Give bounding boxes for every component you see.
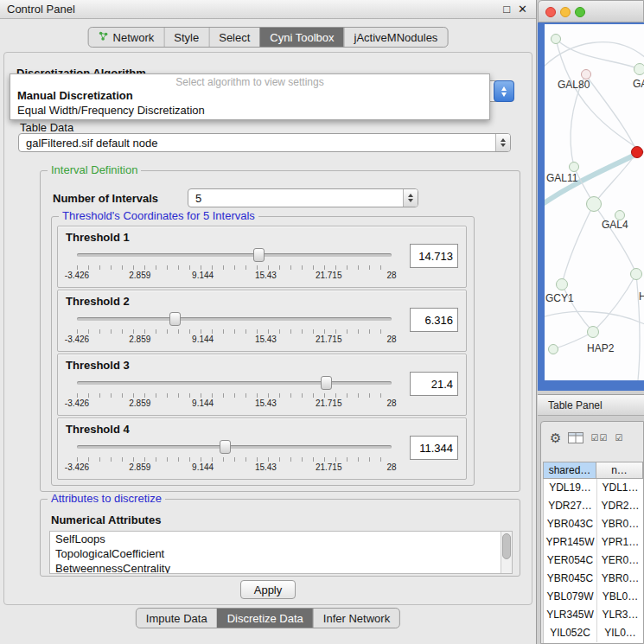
network-node[interactable] <box>551 34 561 44</box>
network-node[interactable] <box>587 326 599 338</box>
table-row[interactable]: YER054CYER0… <box>544 552 643 570</box>
network-node[interactable] <box>634 63 644 75</box>
tick-label: 2.859 <box>129 271 150 280</box>
threshold-3-value-field[interactable] <box>410 372 458 396</box>
table-rows: YDL19…YDL1…YDR27…YDR2…YBR043CYBR0…YPR145… <box>543 479 643 643</box>
slider-track[interactable] <box>77 253 392 257</box>
apply-button[interactable]: Apply <box>240 580 296 599</box>
table-cell[interactable]: YIL052C <box>544 624 597 642</box>
minimize-traffic-light-icon[interactable] <box>560 7 571 17</box>
table-cell[interactable]: YPR145W <box>544 533 597 552</box>
threshold-1-slider[interactable] <box>77 248 392 262</box>
network-node[interactable] <box>569 162 579 172</box>
table-cell[interactable]: YBR043C <box>544 515 597 533</box>
table-data-combobox[interactable]: galFiltered.sif default node <box>18 133 511 152</box>
threshold-label: Threshold 1 <box>66 231 130 244</box>
list-item[interactable]: BetweennessCentrality <box>50 561 512 574</box>
combobox-stepper-icon[interactable] <box>403 189 418 207</box>
combobox-stepper-icon[interactable] <box>495 134 510 151</box>
slider-track[interactable] <box>77 381 392 385</box>
tab-select[interactable]: Select <box>208 28 259 47</box>
table-row[interactable]: YPR145WYPR1… <box>544 533 643 552</box>
tab-network[interactable]: Network <box>89 28 164 47</box>
slider-thumb[interactable] <box>220 440 231 454</box>
combobox-stepper-icon[interactable] <box>494 80 514 102</box>
table-cell[interactable]: YBL0… <box>597 588 643 606</box>
table-cell[interactable]: YDR2… <box>597 497 643 515</box>
table-row[interactable]: YDR27…YDR2… <box>544 497 643 515</box>
column-header-shared-name[interactable]: shared… <box>543 462 596 479</box>
numerical-attributes-list[interactable]: SelfLoops TopologicalCoefficient Between… <box>49 531 513 574</box>
slider-thumb[interactable] <box>321 376 332 390</box>
columns-icon[interactable] <box>568 432 583 443</box>
number-of-intervals-combobox[interactable]: 5 <box>188 188 418 207</box>
tab-style[interactable]: Style <box>163 28 208 47</box>
slider-track[interactable] <box>77 317 392 321</box>
select-rows-icon[interactable]: ☑ <box>615 433 623 443</box>
table-row[interactable]: YIL052CYIL0… <box>544 624 643 642</box>
network-node[interactable] <box>548 344 558 354</box>
tab-jactivemodules[interactable]: jActiveMNodules <box>344 28 448 47</box>
table-row[interactable]: YBR045CYBR0… <box>544 570 643 588</box>
table-cell[interactable]: YBR0… <box>597 515 643 533</box>
list-item[interactable]: TopologicalCoefficient <box>50 546 512 561</box>
table-cell[interactable]: YDR27… <box>544 497 597 515</box>
restore-window-icon[interactable]: □ <box>503 0 510 19</box>
tick-label: -3.426 <box>65 462 89 472</box>
table-row[interactable]: YLR345WYLR3… <box>544 606 643 624</box>
table-cell[interactable]: YDL19… <box>544 479 597 497</box>
tab-discretize-data[interactable]: Discretize Data <box>217 609 313 628</box>
table-cell[interactable]: YLR345W <box>544 606 597 624</box>
tick-label: 21.715 <box>316 335 342 344</box>
tick-label: 28 <box>386 271 396 280</box>
list-item[interactable]: SelfLoops <box>50 532 512 546</box>
node-label: GA <box>633 78 644 90</box>
tab-infer-network[interactable]: Infer Network <box>313 609 399 628</box>
table-panel-titlebar[interactable]: Table Panel <box>538 394 644 416</box>
slider-tick-labels: -3.4262.8599.14415.4321.71528 <box>77 462 392 474</box>
tab-cyni-toolbox[interactable]: Cyni Toolbox <box>259 28 343 47</box>
table-cell[interactable]: YER054C <box>544 552 597 570</box>
tab-label: Network <box>113 31 155 44</box>
table-cell[interactable]: YIL0… <box>597 624 643 642</box>
table-row[interactable]: YBL079WYBL0… <box>544 588 643 606</box>
table-row[interactable]: YBR043CYBR0… <box>544 515 643 533</box>
threshold-3-slider[interactable] <box>77 376 392 390</box>
slider-track[interactable] <box>77 445 392 449</box>
table-row[interactable]: YDL19…YDL1… <box>544 479 643 497</box>
dropdown-option-equal-width-frequency[interactable]: Equal Width/Frequency Discretization <box>10 103 489 118</box>
table-cell[interactable]: YLR3… <box>597 606 643 624</box>
node-label: GAL11 <box>546 172 577 184</box>
threshold-2-value-field[interactable] <box>410 308 458 332</box>
network-node[interactable] <box>630 268 642 280</box>
threshold-2-slider[interactable] <box>77 312 392 326</box>
threshold-4-value-field[interactable] <box>410 436 458 460</box>
table-cell[interactable]: YBR0… <box>597 570 643 588</box>
threshold-1-value-field[interactable] <box>410 244 458 268</box>
dropdown-option-manual-discretization[interactable]: Manual Discretization <box>10 88 489 103</box>
network-node[interactable] <box>586 196 602 212</box>
select-columns-icon[interactable]: ☑☑ <box>590 433 608 443</box>
slider-thumb[interactable] <box>253 248 265 262</box>
scrollbar-thumb[interactable] <box>502 533 511 559</box>
slider-thumb[interactable] <box>169 312 181 326</box>
table-cell[interactable]: YDL1… <box>597 479 643 497</box>
network-node[interactable] <box>631 146 643 158</box>
close-window-icon[interactable]: ✕ <box>518 0 527 19</box>
network-node[interactable] <box>615 210 625 220</box>
table-cell[interactable]: YER0… <box>597 552 643 570</box>
close-traffic-light-icon[interactable] <box>545 7 556 17</box>
column-header-name[interactable]: n… <box>596 462 643 479</box>
tick-label: 15.43 <box>255 335 277 344</box>
scrollbar[interactable] <box>501 532 512 573</box>
table-cell[interactable]: YPR1… <box>597 533 643 552</box>
table-cell[interactable]: YBR045C <box>544 570 597 588</box>
network-node[interactable] <box>556 278 568 290</box>
network-canvas[interactable]: GAL80GAGAL11GAL4GCY1HHAP2 <box>545 24 644 380</box>
tab-impute-data[interactable]: Impute Data <box>137 609 217 628</box>
gear-icon[interactable]: ⚙ <box>550 431 561 444</box>
zoom-traffic-light-icon[interactable] <box>575 7 585 17</box>
interval-definition-group: Interval Definition Number of Intervals … <box>40 170 520 492</box>
table-cell[interactable]: YBL079W <box>544 588 597 606</box>
threshold-4-slider[interactable] <box>77 440 392 454</box>
